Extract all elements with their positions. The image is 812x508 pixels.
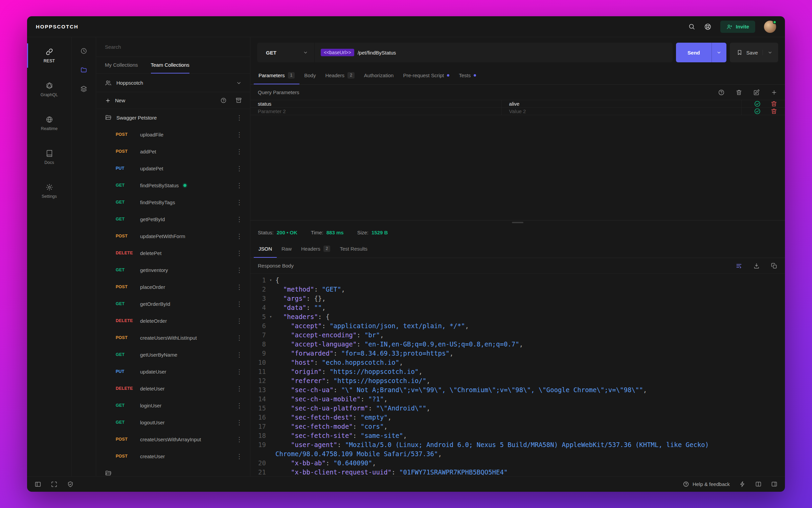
fold-toggle-icon[interactable]	[266, 303, 275, 312]
parameter-key-input[interactable]: status	[250, 100, 502, 107]
fold-toggle-icon[interactable]	[266, 431, 275, 440]
collection-request[interactable]: POST createUsersWithArrayInput ⋮	[96, 431, 250, 448]
collection-request[interactable]: POST addPet ⋮	[96, 143, 250, 160]
collection-request[interactable]: PUT updateUser ⋮	[96, 363, 250, 380]
fold-toggle-icon[interactable]	[266, 358, 275, 367]
collection-folder-partial[interactable]	[96, 465, 250, 476]
fold-toggle-icon[interactable]	[266, 294, 275, 303]
help-circle-icon[interactable]	[220, 97, 227, 104]
parameter-active-toggle[interactable]	[754, 108, 761, 115]
collection-request[interactable]: GET findPetsByTags ⋮	[96, 194, 250, 211]
collection-folder[interactable]: Swagger Petstore ⋮	[96, 109, 250, 126]
request-menu-icon[interactable]: ⋮	[236, 182, 243, 189]
fold-toggle-icon[interactable]	[266, 395, 275, 404]
parameter-delete-icon[interactable]	[770, 108, 777, 115]
shield-check-icon[interactable]	[67, 481, 74, 488]
pane-resizer[interactable]	[250, 220, 785, 224]
fold-toggle-icon[interactable]	[266, 459, 275, 468]
request-menu-icon[interactable]: ⋮	[236, 284, 243, 290]
collection-request[interactable]: POST placeOrder ⋮	[96, 278, 250, 295]
help-circle-icon[interactable]	[718, 89, 725, 96]
collections-icon[interactable]	[72, 60, 96, 79]
invite-button[interactable]: Invite	[720, 21, 755, 33]
request-menu-icon[interactable]: ⋮	[236, 267, 243, 273]
collections-tree[interactable]: Swagger Petstore ⋮ POST uploadFile ⋮	[96, 109, 250, 476]
collection-request[interactable]: GET logoutUser ⋮	[96, 414, 250, 431]
collection-request[interactable]: GET loginUser ⋮	[96, 397, 250, 414]
collections-tab[interactable]: My Collections	[105, 57, 138, 73]
request-menu-icon[interactable]: ⋮	[236, 233, 243, 239]
request-menu-icon[interactable]: ⋮	[236, 402, 243, 409]
toggle-sidebar-icon[interactable]	[35, 481, 41, 488]
fold-toggle-icon[interactable]	[266, 331, 275, 340]
nav-item-realtime[interactable]: Realtime	[27, 106, 71, 140]
request-menu-icon[interactable]: ⋮	[236, 385, 243, 392]
request-tab[interactable]: Headers 2	[320, 67, 359, 84]
collections-tab[interactable]: Team Collections	[151, 57, 189, 73]
request-tab[interactable]: Authorization	[359, 67, 399, 84]
request-menu-icon[interactable]: ⋮	[236, 199, 243, 206]
resizer-grip[interactable]	[512, 222, 523, 223]
collection-request[interactable]: GET getUserByName ⋮	[96, 346, 250, 363]
request-menu-icon[interactable]: ⋮	[236, 318, 243, 324]
fold-toggle-icon[interactable]	[266, 422, 275, 431]
add-parameter-icon[interactable]	[771, 89, 777, 96]
download-icon[interactable]	[753, 262, 760, 269]
collection-request[interactable]: GET getOrderById ⋮	[96, 295, 250, 312]
collection-request[interactable]: GET getPetById ⋮	[96, 211, 250, 228]
url-input[interactable]: <<baseUrl>> /pet/findByStatus	[315, 43, 673, 62]
edit-icon[interactable]	[753, 89, 760, 96]
request-menu-icon[interactable]: ⋮	[236, 352, 243, 358]
panel-right-icon[interactable]	[771, 481, 777, 487]
environment-variable-chip[interactable]: <<baseUrl>>	[321, 49, 354, 56]
request-tab[interactable]: Parameters 1	[254, 67, 299, 84]
request-tab[interactable]: Pre-request Script	[398, 67, 454, 84]
fold-toggle-icon[interactable]	[266, 440, 275, 459]
split-columns-icon[interactable]	[755, 481, 762, 487]
fold-toggle-icon[interactable]	[266, 385, 275, 395]
collection-request[interactable]: POST createUsersWithListInput ⋮	[96, 329, 250, 346]
request-menu-icon[interactable]: ⋮	[236, 301, 243, 307]
fold-toggle-icon[interactable]: ▾	[266, 276, 275, 285]
environments-icon[interactable]	[72, 79, 96, 98]
fold-toggle-icon[interactable]	[266, 376, 275, 385]
fold-toggle-icon[interactable]: ▾	[266, 312, 275, 321]
fold-toggle-icon[interactable]	[266, 285, 275, 294]
collection-request[interactable]: POST updatePetWithForm ⋮	[96, 228, 250, 245]
fold-toggle-icon[interactable]	[266, 468, 275, 476]
collection-request[interactable]: GET findPetsByStatus ⋮	[96, 177, 250, 194]
request-menu-icon[interactable]: ⋮	[236, 131, 243, 138]
history-icon[interactable]	[72, 41, 96, 60]
response-tab[interactable]: Raw	[277, 240, 296, 258]
collection-request[interactable]: PUT updatePet ⋮	[96, 160, 250, 177]
collection-request[interactable]: DELETE deleteOrder ⋮	[96, 312, 250, 329]
response-tab[interactable]: Headers 2	[296, 240, 335, 258]
parameter-key-input[interactable]: Parameter 2	[250, 108, 502, 115]
avatar[interactable]	[764, 21, 776, 33]
import-export-icon[interactable]	[235, 97, 242, 104]
fold-toggle-icon[interactable]	[266, 413, 275, 422]
request-menu-icon[interactable]: ⋮	[236, 148, 243, 155]
wrap-lines-icon[interactable]	[736, 262, 742, 269]
copy-icon[interactable]	[771, 262, 777, 269]
team-selector[interactable]: Hoppscotch	[96, 74, 250, 92]
send-button[interactable]: Send	[676, 43, 712, 62]
folder-menu-icon[interactable]: ⋮	[236, 114, 243, 121]
fold-toggle-icon[interactable]	[266, 349, 275, 358]
save-options-caret[interactable]	[763, 50, 773, 55]
support-icon[interactable]	[704, 23, 712, 30]
fold-toggle-icon[interactable]	[266, 321, 275, 331]
parameter-delete-icon[interactable]	[770, 100, 777, 107]
collection-request[interactable]: POST createUser ⋮	[96, 448, 250, 465]
fold-toggle-icon[interactable]	[266, 404, 275, 413]
nav-item-settings[interactable]: Settings	[27, 174, 71, 208]
request-menu-icon[interactable]: ⋮	[236, 436, 243, 443]
request-menu-icon[interactable]: ⋮	[236, 419, 243, 426]
request-menu-icon[interactable]: ⋮	[236, 335, 243, 341]
collection-request[interactable]: DELETE deletePet ⋮	[96, 245, 250, 261]
nav-item-rest[interactable]: REST	[27, 39, 71, 72]
parameter-value-input[interactable]: Value 2	[502, 108, 742, 115]
collection-request[interactable]: GET getInventory ⋮	[96, 261, 250, 278]
response-tab[interactable]: JSON	[254, 240, 277, 258]
request-menu-icon[interactable]: ⋮	[236, 453, 243, 460]
